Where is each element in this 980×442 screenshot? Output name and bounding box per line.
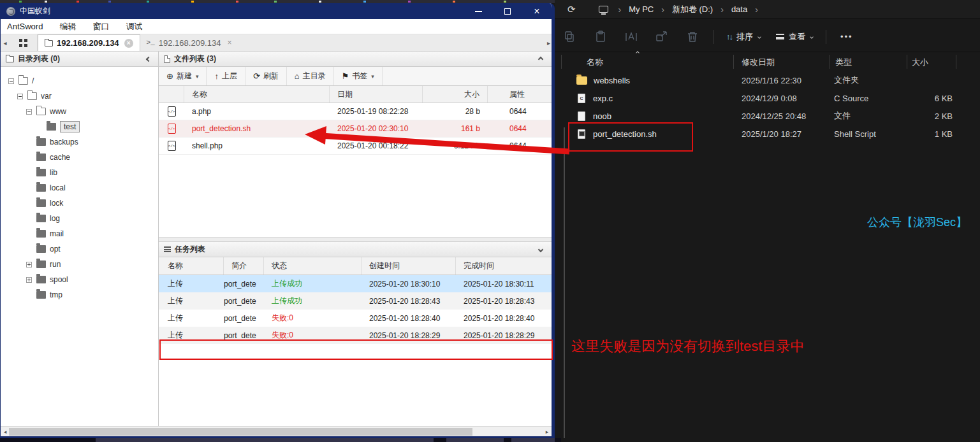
tab-dashboard[interactable] (10, 34, 38, 51)
breadcrumb-drive-d[interactable]: 新加卷 (D:) (672, 4, 713, 15)
collapse-icon[interactable] (17, 94, 23, 99)
file-list-empty-area (159, 155, 552, 237)
tree-item-run[interactable]: run (1, 257, 158, 272)
folder-icon (576, 76, 587, 85)
tab-scroll-right[interactable]: ▸ (547, 34, 550, 51)
tree-item-test[interactable]: test (1, 119, 158, 134)
collapse-icon[interactable] (8, 78, 14, 84)
status-badge: 上传成功 (264, 278, 362, 289)
view-list-icon (776, 34, 784, 39)
tree-item-cache[interactable]: cache (1, 150, 158, 165)
menu-antsword[interactable]: AntSword (1, 22, 51, 31)
tab-shell-session[interactable]: 192.168.209.134 × (38, 34, 140, 51)
tree-item-lock[interactable]: lock (1, 196, 158, 211)
menu-window[interactable]: 窗口 (84, 21, 117, 32)
explorer-row-exp-c[interactable]: Cexp.c 2024/12/9 0:08 C Source 6 KB (561, 89, 976, 107)
folder-icon (36, 230, 46, 238)
tree-item-log[interactable]: log (1, 211, 158, 226)
close-button[interactable]: × (522, 3, 552, 19)
collapse-icon[interactable] (26, 109, 32, 115)
folder-open-icon (18, 77, 28, 85)
sort-button[interactable]: ↑↓ 排序 (719, 31, 768, 43)
chevron-right-icon: › (611, 4, 629, 15)
minimize-button[interactable] (464, 3, 493, 19)
column-name[interactable]: 名称 (587, 57, 603, 68)
column-perm[interactable]: 属性 (488, 86, 552, 103)
delete-button[interactable] (677, 31, 708, 43)
breadcrumb-my-pc[interactable]: My PC (629, 4, 654, 14)
column-modified[interactable]: 修改日期 (742, 57, 775, 68)
antsword-window: 中国蚁剑 × AntSword 编辑 窗口 调试 ◂ 192.168.209.1… (0, 3, 555, 438)
tree-item-opt[interactable]: opt (1, 241, 158, 257)
more-options-button[interactable]: ••• (831, 32, 862, 41)
close-tab-icon[interactable]: × (227, 38, 231, 47)
rename-button[interactable] (616, 31, 647, 43)
column-task-created[interactable]: 创建时间 (362, 257, 456, 274)
refresh-button[interactable]: ⟳刷新 (245, 67, 287, 85)
copy-button[interactable] (555, 31, 585, 43)
tree-item-tmp[interactable]: tmp (1, 287, 158, 303)
explorer-row-webshells[interactable]: webshells 2025/1/16 22:30 文件夹 (561, 71, 976, 89)
directory-panel-header: 目录列表 (0) (1, 52, 158, 67)
column-size[interactable]: 大小 (423, 86, 488, 103)
collapse-panel-icon[interactable] (538, 246, 543, 252)
bookmark-button[interactable]: ⚑书签▾ (334, 67, 383, 85)
tree-item-mail[interactable]: mail (1, 226, 158, 241)
folder-icon (36, 184, 46, 192)
status-badge: 上传成功 (264, 296, 362, 306)
expand-icon[interactable] (26, 262, 32, 267)
up-level-button[interactable]: ↑上层 (207, 67, 245, 85)
maximize-button[interactable] (493, 3, 522, 19)
menu-debug[interactable]: 调试 (117, 21, 150, 32)
menu-edit[interactable]: 编辑 (51, 21, 84, 32)
tree-item-root[interactable]: / (1, 73, 158, 89)
new-button[interactable]: ⊕新建▾ (159, 67, 207, 85)
paste-button[interactable] (585, 31, 616, 43)
column-size[interactable]: 大小 (912, 57, 928, 68)
collapse-panel-icon[interactable] (146, 56, 151, 61)
code-file-icon: </> (168, 106, 176, 117)
share-icon (655, 31, 668, 43)
task-row-failed[interactable]: 上传 port_dete 失败:0 2025-01-20 18:28:40 20… (159, 310, 552, 327)
tree-item-lib[interactable]: lib (1, 165, 158, 180)
tree-item-var[interactable]: var (1, 89, 158, 104)
file-toolbar: ⊕新建▾ ↑上层 ⟳刷新 ⌂主目录 ⚑书签▾ (159, 67, 552, 86)
column-task-completed[interactable]: 完成时间 (456, 257, 552, 274)
share-button[interactable] (647, 31, 677, 43)
tab-terminal-session[interactable]: >_ 192.168.209.134 × (140, 34, 238, 51)
column-name[interactable]: 名称 (184, 86, 330, 103)
tab-scroll-left[interactable]: ◂ (1, 34, 10, 51)
collapse-panel-icon[interactable] (538, 56, 543, 61)
home-directory-button[interactable]: ⌂主目录 (287, 67, 334, 85)
antsword-title-bar: 中国蚁剑 × (1, 3, 552, 19)
horizontal-scrollbar[interactable]: ◂ ▸ (1, 426, 552, 436)
annotation-arrow (281, 118, 580, 162)
antsword-logo-icon (6, 7, 15, 16)
close-tab-icon[interactable]: × (124, 39, 133, 48)
scrollbar-thumb[interactable] (9, 428, 472, 436)
scroll-left-icon[interactable]: ◂ (1, 427, 10, 436)
annotation-note: 这里失败是因为没有切换到test目录中 (571, 337, 804, 356)
column-date[interactable]: 日期 (330, 86, 423, 103)
maximize-icon (504, 8, 511, 15)
column-task-name[interactable]: 名称 (159, 257, 224, 274)
task-row[interactable]: 上传 port_dete 上传成功 2025-01-20 18:28:43 20… (159, 292, 552, 310)
tree-item-local[interactable]: local (1, 180, 158, 196)
tree-item-www[interactable]: www (1, 104, 158, 119)
column-task-desc[interactable]: 简介 (224, 257, 264, 274)
column-type[interactable]: 类型 (835, 57, 852, 68)
expand-icon[interactable] (26, 277, 32, 283)
breadcrumb-data[interactable]: data (731, 4, 747, 14)
chevron-right-icon: › (654, 4, 672, 15)
explorer-scrollbar[interactable] (564, 127, 565, 438)
this-pc-icon[interactable] (599, 6, 608, 13)
task-row[interactable]: 上传 port_dete 上传成功 2025-01-20 18:30:10 20… (159, 275, 552, 292)
tree-item-backups[interactable]: backups (1, 134, 158, 150)
column-task-status[interactable]: 状态 (264, 257, 362, 274)
annotation-box-failed-task (159, 339, 553, 360)
view-button[interactable]: 查看 (768, 31, 821, 43)
scroll-right-icon[interactable]: ▸ (543, 427, 552, 436)
refresh-icon[interactable]: ⟳ (567, 4, 576, 15)
tree-item-spool[interactable]: spool (1, 272, 158, 287)
panel-splitter[interactable] (159, 237, 552, 242)
